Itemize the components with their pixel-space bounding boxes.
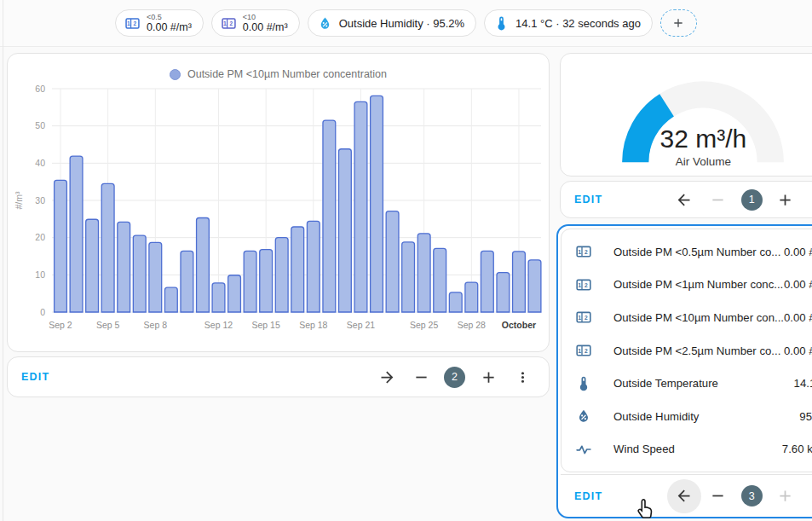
thermometer-icon bbox=[493, 15, 510, 32]
svg-text:Sep 8: Sep 8 bbox=[144, 320, 168, 330]
remove-card-button[interactable] bbox=[704, 185, 733, 214]
pm05-count-chip[interactable]: 12 <0.5 0.00 #/m³ bbox=[115, 9, 204, 37]
entity-state-value: 7.60 km/h bbox=[782, 443, 812, 455]
plus-icon bbox=[671, 16, 685, 30]
move-section-button[interactable] bbox=[670, 482, 699, 511]
svg-text:1: 1 bbox=[578, 249, 581, 256]
chip-attribute-label: <10 bbox=[243, 13, 288, 21]
entity-row[interactable]: Outside Humidity95.2% bbox=[561, 400, 812, 433]
entities-card[interactable]: 12Outside PM <0.5µm Number co...0.00 #/m… bbox=[561, 229, 812, 472]
entity-name: Outside PM <0.5µm Number co... bbox=[613, 246, 784, 258]
move-section-button[interactable] bbox=[670, 185, 699, 214]
history-bar-chart: 0102030405060Sep 2Sep 5Sep 8Sep 12Sep 15… bbox=[11, 82, 545, 339]
svg-text:Sep 2: Sep 2 bbox=[49, 320, 72, 330]
entity-state-value: 95.2% bbox=[799, 410, 812, 423]
svg-text:60: 60 bbox=[35, 84, 45, 94]
svg-text:2: 2 bbox=[585, 315, 588, 321]
entity-row[interactable]: 12Outside PM <0.5µm Number co...0.00 #/m… bbox=[561, 235, 812, 269]
section-gauge: 32 m³/h Air Volume EDIT1 bbox=[556, 53, 812, 218]
minus-icon bbox=[704, 185, 733, 214]
arrow-right-icon bbox=[372, 362, 401, 391]
move-section-button[interactable] bbox=[372, 362, 401, 391]
gauge-entity-name: Air Volume bbox=[561, 155, 812, 168]
svg-text:2: 2 bbox=[133, 20, 136, 26]
gauge-card[interactable]: 32 m³/h Air Volume bbox=[560, 53, 812, 177]
entity-row[interactable]: 12Outside PM <2.5µm Number co...0.00 #/m… bbox=[561, 334, 812, 368]
svg-text:Sep 5: Sep 5 bbox=[96, 320, 120, 330]
water-percent-icon bbox=[575, 408, 592, 425]
svg-text:1: 1 bbox=[223, 20, 227, 26]
minus-icon bbox=[406, 362, 435, 391]
top-bar: 12 <0.5 0.00 #/m³12 <10 0.00 #/m³Outside… bbox=[0, 0, 812, 47]
svg-text:30: 30 bbox=[35, 195, 45, 206]
edit-button[interactable]: EDIT bbox=[574, 194, 602, 206]
svg-text:Sep 28: Sep 28 bbox=[458, 320, 486, 330]
chip-attribute-label: <0.5 bbox=[147, 13, 192, 21]
card-count-badge: 3 bbox=[741, 485, 763, 507]
view-left-divider bbox=[3, 0, 3, 521]
svg-text:1: 1 bbox=[127, 20, 130, 26]
svg-text:2: 2 bbox=[585, 348, 588, 354]
chip-state-value: 0.00 #/m³ bbox=[243, 21, 288, 33]
add-badge-button[interactable] bbox=[660, 9, 697, 37]
section-toolbar-2: EDIT1 bbox=[560, 181, 812, 218]
wind-speed-icon bbox=[575, 441, 592, 458]
legend-label: Outside PM <10µm Number concentration bbox=[187, 68, 387, 80]
remove-card-button[interactable] bbox=[406, 362, 435, 391]
legend-marker-icon bbox=[170, 69, 181, 80]
add-card-button[interactable] bbox=[771, 482, 800, 511]
minus-icon bbox=[704, 482, 733, 511]
svg-text:Sep 25: Sep 25 bbox=[410, 320, 438, 330]
entity-name: Wind Speed bbox=[613, 443, 782, 455]
svg-text:50: 50 bbox=[35, 120, 45, 130]
entity-state-value: 0.00 #/m³ bbox=[784, 311, 812, 324]
entity-row[interactable]: 12Outside PM <1µm Number conc...0.00 #/m… bbox=[561, 269, 812, 302]
add-card-button[interactable] bbox=[474, 362, 503, 391]
more-options-button[interactable] bbox=[508, 362, 537, 391]
water-percent-icon bbox=[317, 15, 333, 32]
entity-row[interactable]: Outside Temperature14.1 °C bbox=[561, 367, 812, 400]
entity-name: Outside Temperature bbox=[613, 377, 794, 390]
badges-row: 12 <0.5 0.00 #/m³12 <10 0.00 #/m³Outside… bbox=[115, 9, 653, 37]
svg-text:40: 40 bbox=[35, 158, 45, 168]
remove-card-button[interactable] bbox=[704, 482, 733, 511]
section-history-chart: Outside PM <10µm Number concentration 01… bbox=[7, 53, 550, 397]
section-controls: 3 bbox=[670, 482, 812, 511]
entity-row[interactable]: Wind Speed7.60 km/h bbox=[561, 433, 812, 466]
pm10-count-chip[interactable]: 12 <10 0.00 #/m³ bbox=[211, 9, 300, 37]
svg-text:1: 1 bbox=[578, 348, 581, 355]
card-count-badge: 2 bbox=[444, 367, 465, 388]
more-options-button[interactable] bbox=[805, 482, 812, 511]
dashboard-sections: Outside PM <10µm Number concentration 01… bbox=[0, 47, 812, 518]
svg-text:1: 1 bbox=[578, 315, 581, 321]
card-count-badge: 1 bbox=[741, 189, 763, 211]
entity-name: Outside PM <1µm Number conc... bbox=[613, 278, 784, 291]
section-controls: 2 bbox=[372, 362, 537, 391]
counter-icon: 12 bbox=[575, 342, 592, 359]
more-options-button[interactable] bbox=[805, 185, 812, 214]
svg-text:2: 2 bbox=[585, 282, 588, 288]
plus-icon bbox=[771, 185, 800, 214]
arrow-left-icon bbox=[670, 185, 699, 214]
humidity-chip[interactable]: Outside Humidity · 95.2% bbox=[308, 9, 476, 37]
entity-state-value: 14.1 °C bbox=[794, 377, 812, 390]
entity-name: Outside PM <10µm Number con... bbox=[613, 311, 784, 324]
add-card-button[interactable] bbox=[771, 185, 800, 214]
svg-text:Sep 15: Sep 15 bbox=[252, 320, 280, 330]
history-chart-card[interactable]: Outside PM <10µm Number concentration 01… bbox=[7, 53, 550, 352]
counter-icon: 12 bbox=[124, 15, 141, 32]
counter-icon: 12 bbox=[221, 15, 237, 32]
temperature-chip[interactable]: 14.1 °C · 32 seconds ago bbox=[484, 9, 653, 37]
edit-button[interactable]: EDIT bbox=[574, 490, 602, 502]
entity-name: Outside PM <2.5µm Number co... bbox=[613, 344, 784, 357]
svg-text:20: 20 bbox=[35, 232, 45, 242]
kebab-icon bbox=[508, 362, 537, 391]
entity-state-value: 0.00 #/m³ bbox=[784, 278, 812, 291]
counter-icon: 12 bbox=[575, 243, 592, 260]
edit-button[interactable]: EDIT bbox=[21, 371, 49, 383]
entity-row[interactable]: 12Outside PM <10µm Number con...0.00 #/m… bbox=[561, 301, 812, 334]
svg-text:0: 0 bbox=[40, 307, 45, 317]
plus-icon bbox=[474, 362, 503, 391]
section-controls: 1 bbox=[670, 185, 812, 214]
svg-text:2: 2 bbox=[585, 249, 588, 255]
